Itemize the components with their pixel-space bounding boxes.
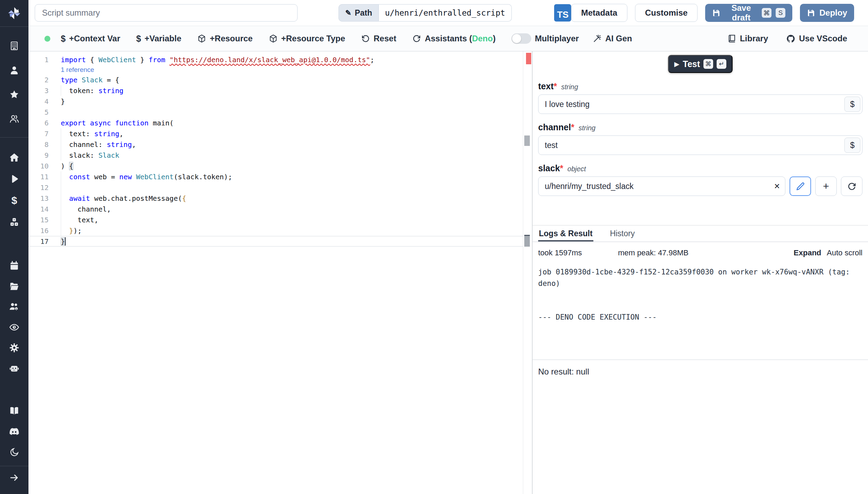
code-line-16[interactable]: 16 }); bbox=[28, 225, 523, 236]
line-number: 4 bbox=[28, 97, 49, 106]
sidebar-item-dollar[interactable]: $ bbox=[8, 195, 20, 206]
code-line-1[interactable]: 1import { WebClient } from "https://deno… bbox=[28, 54, 523, 65]
codelens-references[interactable]: 1 reference bbox=[28, 65, 523, 74]
sidebar-item-users[interactable] bbox=[8, 113, 20, 125]
script-path-value[interactable]: u/henri/enthralled_script bbox=[379, 4, 512, 22]
code-line-15[interactable]: 15 text, bbox=[28, 214, 523, 225]
wand-icon bbox=[593, 34, 602, 43]
line-number: 17 bbox=[28, 237, 49, 246]
sidebar-item-user[interactable] bbox=[8, 64, 20, 76]
sidebar-item-book[interactable] bbox=[8, 405, 20, 417]
path-edit-button[interactable]: ✎ Path bbox=[339, 4, 378, 22]
calendar-icon bbox=[9, 261, 19, 271]
code-line-6[interactable]: 6export async function main( bbox=[28, 117, 523, 128]
connection-status-dot bbox=[44, 36, 50, 42]
code-line-2[interactable]: 2type Slack = { bbox=[28, 74, 523, 85]
multiplayer-toggle[interactable] bbox=[511, 33, 531, 44]
sidebar-item-eye[interactable] bbox=[8, 321, 20, 333]
edit-resource-button[interactable] bbox=[790, 176, 811, 196]
sidebar-item-building[interactable] bbox=[8, 40, 20, 52]
code-line-10[interactable]: 10) { bbox=[28, 160, 523, 171]
code-line-17[interactable]: 17} bbox=[28, 236, 523, 247]
line-number: 10 bbox=[28, 162, 49, 170]
expand-button[interactable]: Expand bbox=[794, 248, 821, 257]
log-output: job 0189930d-1cbe-4329-f152-12ca359f0030… bbox=[533, 266, 868, 360]
sidebar-item-robot[interactable] bbox=[8, 362, 20, 374]
customise-button[interactable]: Customise bbox=[635, 4, 698, 22]
sidebar-item-play[interactable] bbox=[8, 173, 20, 185]
windmill-logo-icon bbox=[6, 5, 22, 21]
windmill-logo[interactable] bbox=[0, 0, 28, 27]
reset-button[interactable]: Reset bbox=[361, 34, 396, 43]
code-line-9[interactable]: 9 slack: Slack bbox=[28, 150, 523, 160]
cursor-marker[interactable] bbox=[524, 235, 530, 247]
cmd-key-badge: ⌘ bbox=[762, 8, 771, 18]
code-text bbox=[61, 107, 523, 117]
channel-input[interactable] bbox=[538, 135, 862, 155]
code-line-5[interactable]: 5 bbox=[28, 107, 523, 117]
library-button[interactable]: Library bbox=[727, 34, 768, 43]
tab-history[interactable]: History bbox=[609, 225, 636, 241]
line-number: 2 bbox=[28, 76, 49, 84]
log-line: --- DENO CODE EXECUTION --- bbox=[538, 312, 862, 323]
sidebar-item-moon[interactable] bbox=[8, 446, 20, 458]
code-line-3[interactable]: 3 token: string bbox=[28, 85, 523, 96]
logs-tabs: Logs & Result History bbox=[533, 225, 868, 242]
save-draft-button[interactable]: Save draft ⌘ S bbox=[705, 4, 792, 22]
sidebar-item-star[interactable] bbox=[8, 89, 20, 100]
insert-variable-button[interactable]: $ bbox=[844, 138, 860, 153]
metadata-button[interactable]: Metadata bbox=[571, 4, 627, 22]
text-input[interactable] bbox=[538, 94, 862, 114]
sidebar-item-calendar[interactable] bbox=[8, 260, 20, 272]
add-variable-button[interactable]: $+Variable bbox=[136, 34, 181, 44]
eye-icon bbox=[9, 322, 19, 332]
path-label: Path bbox=[355, 8, 372, 18]
refresh-resource-button[interactable] bbox=[841, 176, 862, 196]
top-bar: ✎ Path u/henri/enthralled_script TS Meta… bbox=[28, 0, 868, 26]
user-icon bbox=[9, 65, 19, 75]
sidebar-item-cubes[interactable] bbox=[8, 216, 20, 228]
sidebar-item-users-gear[interactable] bbox=[8, 301, 20, 313]
code-line-14[interactable]: 14 channel, bbox=[28, 204, 523, 214]
auto-scroll-toggle[interactable]: Auto scroll bbox=[827, 248, 862, 257]
text-cursor bbox=[65, 237, 66, 246]
add-resource-button[interactable]: + bbox=[815, 176, 837, 196]
code-text: ) { bbox=[61, 160, 523, 171]
sidebar-item-folder[interactable] bbox=[8, 280, 20, 292]
field-row-channel: $ bbox=[538, 135, 862, 155]
test-button[interactable]: ▶ Test ⌘ ↵ bbox=[668, 55, 733, 73]
add-resource-type-button[interactable]: +Resource Type bbox=[269, 34, 345, 43]
field-label-slack: slack*object bbox=[538, 163, 862, 173]
scrollbar-thumb[interactable] bbox=[524, 135, 530, 146]
code-line-11[interactable]: 11 const web = new WebClient(slack.token… bbox=[28, 171, 523, 182]
code-line-12[interactable]: 12 bbox=[28, 182, 523, 193]
main-area: ✎ Path u/henri/enthralled_script TS Meta… bbox=[28, 0, 868, 494]
clear-resource-button[interactable]: × bbox=[774, 176, 780, 196]
refresh-icon bbox=[412, 34, 421, 43]
sidebar-item-arrow-right[interactable] bbox=[8, 472, 20, 484]
code-line-13[interactable]: 13 await web.chat.postMessage({ bbox=[28, 193, 523, 204]
discord-icon bbox=[9, 426, 19, 437]
moon-icon bbox=[9, 447, 19, 458]
ai-gen-button[interactable]: AI Gen bbox=[593, 34, 632, 43]
play-icon: ▶ bbox=[674, 60, 679, 68]
add-resource-button[interactable]: +Resource bbox=[197, 34, 252, 43]
sidebar-item-discord[interactable] bbox=[8, 426, 20, 437]
tab-logs-result[interactable]: Logs & Result bbox=[538, 225, 593, 241]
script-summary-input[interactable] bbox=[35, 4, 298, 22]
sidebar-item-home[interactable] bbox=[8, 151, 20, 163]
code-line-4[interactable]: 4} bbox=[28, 96, 523, 107]
insert-variable-button[interactable]: $ bbox=[844, 97, 860, 112]
editor-overview-ruler bbox=[523, 51, 532, 494]
add-context-var-button[interactable]: $+Context Var bbox=[61, 34, 120, 44]
assistants-button[interactable]: Assistants (Deno) bbox=[412, 34, 495, 43]
content-area: 1import { WebClient } from "https://deno… bbox=[28, 51, 868, 494]
use-vscode-button[interactable]: Use VScode bbox=[786, 34, 847, 43]
slack-input[interactable] bbox=[538, 176, 785, 196]
sidebar-item-gear[interactable] bbox=[8, 342, 20, 354]
deploy-button[interactable]: Deploy bbox=[800, 4, 854, 22]
logs-section: Logs & Result History took 1597ms mem pe… bbox=[533, 225, 868, 384]
code-line-7[interactable]: 7 text: string, bbox=[28, 128, 523, 139]
code-line-8[interactable]: 8 channel: string, bbox=[28, 139, 523, 150]
code-editor[interactable]: 1import { WebClient } from "https://deno… bbox=[28, 51, 523, 494]
